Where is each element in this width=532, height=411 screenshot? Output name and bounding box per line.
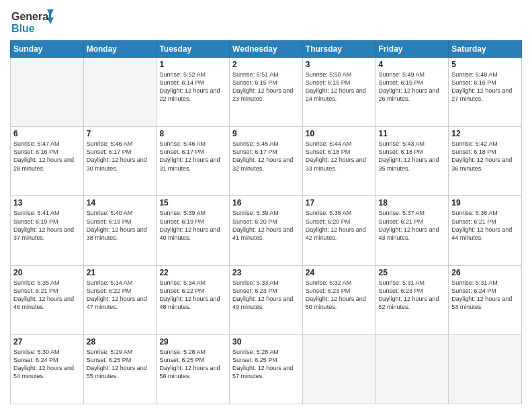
calendar-cell: 5Sunrise: 5:48 AM Sunset: 6:16 PM Daylig…: [449, 58, 522, 127]
day-detail: Sunrise: 5:49 AM Sunset: 6:15 PM Dayligh…: [379, 71, 446, 103]
day-number: 2: [232, 60, 300, 69]
day-number: 26: [451, 268, 519, 277]
day-detail: Sunrise: 5:34 AM Sunset: 6:22 PM Dayligh…: [87, 279, 154, 312]
day-number: 24: [306, 268, 373, 277]
day-detail: Sunrise: 5:29 AM Sunset: 6:25 PM Dayligh…: [87, 348, 154, 381]
page: GeneralBlue SundayMondayTuesdayWednesday…: [0, 0, 532, 411]
calendar-cell: 27Sunrise: 5:30 AM Sunset: 6:24 PM Dayli…: [11, 334, 84, 404]
day-detail: Sunrise: 5:38 AM Sunset: 6:20 PM Dayligh…: [306, 209, 373, 242]
day-number: 12: [451, 129, 519, 138]
day-detail: Sunrise: 5:28 AM Sunset: 6:25 PM Dayligh…: [159, 348, 226, 381]
day-detail: Sunrise: 5:39 AM Sunset: 6:19 PM Dayligh…: [159, 209, 226, 242]
day-detail: Sunrise: 5:30 AM Sunset: 6:24 PM Dayligh…: [13, 348, 81, 381]
calendar-cell: 25Sunrise: 5:31 AM Sunset: 6:23 PM Dayli…: [375, 265, 449, 334]
calendar-cell: 7Sunrise: 5:46 AM Sunset: 6:17 PM Daylig…: [83, 127, 157, 196]
day-detail: Sunrise: 5:42 AM Sunset: 6:18 PM Dayligh…: [451, 140, 519, 173]
day-number: 28: [87, 337, 154, 347]
calendar-cell: 10Sunrise: 5:44 AM Sunset: 6:18 PM Dayli…: [302, 127, 375, 196]
calendar-cell: 9Sunrise: 5:45 AM Sunset: 6:17 PM Daylig…: [230, 127, 303, 196]
calendar-cell: 3Sunrise: 5:50 AM Sunset: 6:15 PM Daylig…: [302, 58, 375, 127]
day-number: 15: [159, 198, 226, 208]
day-detail: Sunrise: 5:48 AM Sunset: 6:16 PM Dayligh…: [451, 71, 519, 103]
calendar-cell: 28Sunrise: 5:29 AM Sunset: 6:25 PM Dayli…: [83, 334, 157, 404]
calendar-cell: [11, 58, 84, 127]
day-detail: Sunrise: 5:34 AM Sunset: 6:22 PM Dayligh…: [159, 279, 226, 312]
day-number: 19: [451, 198, 519, 208]
col-header-tuesday: Tuesday: [157, 41, 230, 58]
calendar-cell: 2Sunrise: 5:51 AM Sunset: 6:15 PM Daylig…: [230, 58, 303, 127]
calendar-cell: 13Sunrise: 5:41 AM Sunset: 6:19 PM Dayli…: [11, 196, 84, 265]
col-header-thursday: Thursday: [302, 41, 375, 58]
day-detail: Sunrise: 5:44 AM Sunset: 6:18 PM Dayligh…: [306, 140, 373, 173]
day-detail: Sunrise: 5:43 AM Sunset: 6:18 PM Dayligh…: [379, 140, 446, 173]
calendar-cell: 4Sunrise: 5:49 AM Sunset: 6:15 PM Daylig…: [375, 58, 449, 127]
day-detail: Sunrise: 5:33 AM Sunset: 6:23 PM Dayligh…: [232, 279, 300, 312]
day-number: 4: [379, 60, 446, 69]
week-row-0: 1Sunrise: 5:52 AM Sunset: 6:14 PM Daylig…: [11, 58, 522, 127]
day-number: 3: [306, 60, 373, 69]
week-row-1: 6Sunrise: 5:47 AM Sunset: 6:16 PM Daylig…: [11, 127, 522, 196]
calendar-cell: 16Sunrise: 5:39 AM Sunset: 6:20 PM Dayli…: [230, 196, 303, 265]
calendar-cell: 17Sunrise: 5:38 AM Sunset: 6:20 PM Dayli…: [302, 196, 375, 265]
day-detail: Sunrise: 5:47 AM Sunset: 6:16 PM Dayligh…: [13, 140, 81, 173]
day-number: 14: [87, 198, 154, 208]
calendar-cell: 12Sunrise: 5:42 AM Sunset: 6:18 PM Dayli…: [449, 127, 522, 196]
day-number: 20: [13, 268, 81, 277]
calendar-cell: 18Sunrise: 5:37 AM Sunset: 6:21 PM Dayli…: [375, 196, 449, 265]
day-number: 9: [232, 129, 300, 138]
day-number: 29: [159, 337, 226, 347]
calendar-cell: [83, 58, 157, 127]
week-row-2: 13Sunrise: 5:41 AM Sunset: 6:19 PM Dayli…: [11, 196, 522, 265]
day-number: 1: [159, 60, 226, 69]
day-detail: Sunrise: 5:37 AM Sunset: 6:21 PM Dayligh…: [379, 209, 446, 242]
col-header-sunday: Sunday: [11, 41, 84, 58]
day-detail: Sunrise: 5:41 AM Sunset: 6:19 PM Dayligh…: [13, 209, 81, 242]
day-number: 11: [379, 129, 446, 138]
week-row-3: 20Sunrise: 5:35 AM Sunset: 6:21 PM Dayli…: [11, 265, 522, 334]
day-number: 5: [451, 60, 519, 69]
day-detail: Sunrise: 5:31 AM Sunset: 6:24 PM Dayligh…: [451, 279, 519, 312]
calendar-cell: [449, 334, 522, 404]
day-detail: Sunrise: 5:50 AM Sunset: 6:15 PM Dayligh…: [306, 71, 373, 103]
day-detail: Sunrise: 5:32 AM Sunset: 6:23 PM Dayligh…: [306, 279, 373, 312]
header-row: SundayMondayTuesdayWednesdayThursdayFrid…: [11, 41, 522, 58]
logo: GeneralBlue: [10, 7, 57, 35]
day-detail: Sunrise: 5:51 AM Sunset: 6:15 PM Dayligh…: [232, 71, 300, 103]
day-detail: Sunrise: 5:28 AM Sunset: 6:25 PM Dayligh…: [232, 348, 300, 381]
day-number: 22: [159, 268, 226, 277]
day-number: 18: [379, 198, 446, 208]
day-number: 27: [13, 337, 81, 347]
day-number: 25: [379, 268, 446, 277]
header: GeneralBlue: [10, 7, 522, 35]
col-header-saturday: Saturday: [449, 41, 522, 58]
calendar-cell: 14Sunrise: 5:40 AM Sunset: 6:19 PM Dayli…: [83, 196, 157, 265]
day-number: 13: [13, 198, 81, 208]
calendar-cell: 22Sunrise: 5:34 AM Sunset: 6:22 PM Dayli…: [157, 265, 230, 334]
day-number: 30: [232, 337, 300, 347]
day-number: 6: [13, 129, 81, 138]
day-number: 7: [87, 129, 154, 138]
calendar-cell: [302, 334, 375, 404]
calendar-cell: 23Sunrise: 5:33 AM Sunset: 6:23 PM Dayli…: [230, 265, 303, 334]
svg-text:Blue: Blue: [11, 23, 35, 34]
col-header-friday: Friday: [375, 41, 449, 58]
day-detail: Sunrise: 5:46 AM Sunset: 6:17 PM Dayligh…: [87, 140, 154, 173]
day-detail: Sunrise: 5:52 AM Sunset: 6:14 PM Dayligh…: [159, 71, 226, 103]
calendar-cell: 15Sunrise: 5:39 AM Sunset: 6:19 PM Dayli…: [157, 196, 230, 265]
day-number: 23: [232, 268, 300, 277]
day-number: 16: [232, 198, 300, 208]
logo-svg: GeneralBlue: [10, 7, 57, 35]
calendar-cell: 29Sunrise: 5:28 AM Sunset: 6:25 PM Dayli…: [157, 334, 230, 404]
day-detail: Sunrise: 5:45 AM Sunset: 6:17 PM Dayligh…: [232, 140, 300, 173]
calendar-cell: 6Sunrise: 5:47 AM Sunset: 6:16 PM Daylig…: [11, 127, 84, 196]
calendar-cell: 26Sunrise: 5:31 AM Sunset: 6:24 PM Dayli…: [449, 265, 522, 334]
calendar-cell: 30Sunrise: 5:28 AM Sunset: 6:25 PM Dayli…: [230, 334, 303, 404]
calendar-cell: 8Sunrise: 5:46 AM Sunset: 6:17 PM Daylig…: [157, 127, 230, 196]
calendar-cell: [375, 334, 449, 404]
day-number: 10: [306, 129, 373, 138]
calendar-cell: 21Sunrise: 5:34 AM Sunset: 6:22 PM Dayli…: [83, 265, 157, 334]
day-number: 17: [306, 198, 373, 208]
calendar-cell: 19Sunrise: 5:36 AM Sunset: 6:21 PM Dayli…: [449, 196, 522, 265]
day-detail: Sunrise: 5:46 AM Sunset: 6:17 PM Dayligh…: [159, 140, 226, 173]
calendar-cell: 20Sunrise: 5:35 AM Sunset: 6:21 PM Dayli…: [11, 265, 84, 334]
